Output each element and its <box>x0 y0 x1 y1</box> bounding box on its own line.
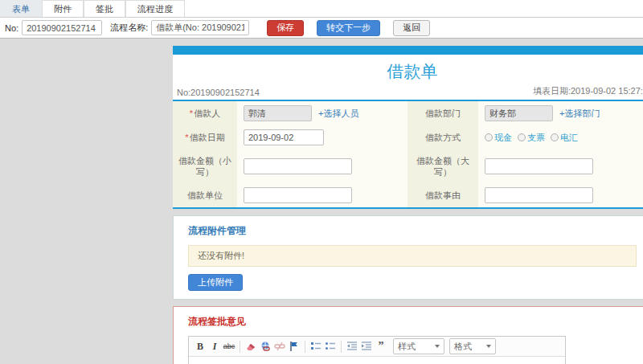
borrower-input[interactable] <box>244 105 312 121</box>
outdent-icon <box>346 341 358 352</box>
format-select[interactable]: 格式 <box>449 338 496 354</box>
no-attachments-message: 还没有附件! <box>188 245 637 267</box>
tab-approval[interactable]: 签批 <box>84 0 125 17</box>
required-mark: * <box>185 133 188 142</box>
table-row: *借款人 +选择人员 借款部门 +选择部门 <box>173 101 643 125</box>
table-row: 借款金额（小写） 借款金额（大写） <box>173 149 643 183</box>
radio-option-cash[interactable]: 现金 <box>485 132 512 144</box>
spacer <box>173 209 643 215</box>
process-name-input[interactable] <box>151 20 249 35</box>
link-icon <box>260 341 271 352</box>
amount-upper-field-cell <box>478 149 643 183</box>
loan-reason-field-cell <box>478 183 643 207</box>
department-label: 借款部门 <box>408 101 478 125</box>
loan-reason-label: 借款事由 <box>408 183 478 207</box>
radio-icon <box>485 133 493 141</box>
ordered-list-icon <box>310 341 322 352</box>
attachments-panel: 流程附件管理 还没有附件! 上传附件 <box>173 215 643 300</box>
strikethrough-button[interactable]: abc <box>222 339 236 354</box>
approval-opinion-panel: 流程签批意见 B I abc <box>173 306 643 364</box>
process-name-label: 流程名称: <box>110 22 148 34</box>
amount-lower-field-cell <box>237 149 408 183</box>
select-department-link[interactable]: +选择部门 <box>559 108 600 120</box>
amount-lowercase-input[interactable] <box>244 158 352 174</box>
remove-format-button[interactable] <box>244 339 258 354</box>
loan-unit-field-cell <box>237 183 408 207</box>
flag-icon <box>289 341 300 352</box>
indent-button[interactable] <box>359 339 374 354</box>
spacer <box>173 300 643 306</box>
loan-method-field-cell: 现金 支票 电汇 <box>478 125 643 149</box>
select-person-link[interactable]: +选择人员 <box>318 108 358 120</box>
chevron-down-icon <box>486 345 491 348</box>
rich-text-editor: B I abc <box>188 336 566 364</box>
no-input[interactable] <box>22 20 102 35</box>
approval-opinion-title: 流程签批意见 <box>188 315 640 329</box>
required-mark: * <box>190 108 193 118</box>
borrower-field-cell: +选择人员 <box>237 101 408 125</box>
attachments-title: 流程附件管理 <box>188 224 640 238</box>
amount-uppercase-input[interactable] <box>485 158 593 174</box>
main-panel: 借款单 No:20190902152714 填表日期:2019-09-02 15… <box>173 46 643 364</box>
chevron-down-icon <box>435 345 440 348</box>
accent-bar <box>173 46 643 55</box>
upload-attachment-button[interactable]: 上传附件 <box>188 274 243 291</box>
unlink-icon <box>274 341 285 352</box>
form-meta-row: No:20190902152714 填表日期:2019-09-02 15:27:… <box>173 84 643 97</box>
loan-method-label: 借款方式 <box>408 125 478 149</box>
unordered-list-icon <box>325 341 336 352</box>
blockquote-button[interactable]: ” <box>374 339 388 354</box>
link-button[interactable] <box>258 339 272 354</box>
amount-lower-label: 借款金额（小写） <box>173 149 237 183</box>
outdent-button[interactable] <box>345 339 359 354</box>
loan-form-card: 借款单 No:20190902152714 填表日期:2019-09-02 15… <box>173 55 643 209</box>
editor-content-area[interactable] <box>189 357 565 364</box>
loan-date-input[interactable] <box>244 129 324 145</box>
ordered-list-button[interactable] <box>309 339 323 354</box>
tab-process-progress[interactable]: 流程进度 <box>125 0 185 17</box>
loan-date-field-cell <box>237 125 408 149</box>
italic-button[interactable]: I <box>207 339 222 354</box>
doc-number: No:20190902152714 <box>177 88 260 97</box>
loan-unit-label: 借款单位 <box>173 183 237 207</box>
editor-toolbar: B I abc <box>189 337 565 357</box>
toolbar-separator <box>305 341 305 353</box>
loan-unit-input[interactable] <box>244 187 352 203</box>
anchor-flag-button[interactable] <box>287 339 301 354</box>
amount-upper-label: 借款金额（大写） <box>408 149 478 183</box>
department-field-cell: +选择部门 <box>478 101 643 125</box>
top-toolbar: No: 流程名称: 保存 转交下一步 返回 <box>0 18 643 39</box>
tab-bar: 表单 附件 签批 流程进度 <box>0 0 643 18</box>
tab-form[interactable]: 表单 <box>0 0 42 17</box>
radio-icon <box>518 133 526 141</box>
fill-date: 填表日期:2019-09-02 15:27:1 <box>533 85 643 97</box>
unlink-button[interactable] <box>272 339 287 354</box>
table-row: *借款日期 借款方式 现金 支票 <box>173 125 643 149</box>
loan-form-table: *借款人 +选择人员 借款部门 +选择部门 *借款日期 <box>173 100 643 209</box>
page-title: 借款单 <box>173 55 643 84</box>
toolbar-separator <box>240 341 240 353</box>
borrower-label: *借款人 <box>173 101 237 125</box>
loan-date-label: *借款日期 <box>173 125 237 149</box>
radio-icon <box>551 133 559 141</box>
save-button[interactable]: 保存 <box>267 20 304 36</box>
back-button[interactable]: 返回 <box>393 20 430 36</box>
style-select[interactable]: 样式 <box>393 338 444 354</box>
loan-method-radio-group: 现金 支票 电汇 <box>485 132 584 144</box>
eraser-icon <box>245 341 256 352</box>
unordered-list-button[interactable] <box>323 339 338 354</box>
toolbar-separator <box>341 341 342 353</box>
forward-next-step-button[interactable]: 转交下一步 <box>317 20 380 36</box>
bold-button[interactable]: B <box>193 339 207 354</box>
radio-option-cheque[interactable]: 支票 <box>518 132 545 144</box>
tab-attachments[interactable]: 附件 <box>42 0 84 17</box>
department-input[interactable] <box>485 105 553 121</box>
loan-reason-input[interactable] <box>485 187 593 203</box>
no-label: No: <box>5 23 18 33</box>
radio-option-wire[interactable]: 电汇 <box>551 132 578 144</box>
table-row: 借款单位 借款事由 <box>173 183 643 207</box>
indent-icon <box>361 341 372 352</box>
